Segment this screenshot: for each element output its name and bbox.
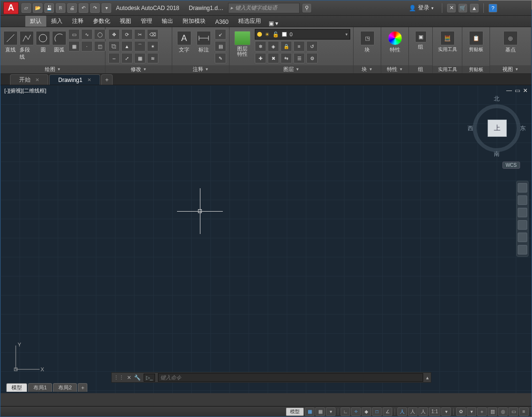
layer-tool1-icon[interactable]: ✚ bbox=[255, 53, 266, 63]
panel-expander-icon[interactable]: ▼ bbox=[57, 67, 61, 71]
tool-point-icon[interactable]: ∙ bbox=[81, 41, 93, 51]
app-menu-button[interactable]: A bbox=[3, 2, 19, 14]
tool-rect-icon[interactable]: ▭ bbox=[68, 29, 80, 40]
status-isolate-icon[interactable]: ▥ bbox=[488, 407, 497, 416]
panel-expander-icon[interactable]: ▼ bbox=[296, 67, 300, 71]
status-scale-menu-icon[interactable]: ▾ bbox=[441, 407, 451, 416]
status-iso-icon[interactable]: ◆ bbox=[362, 407, 371, 416]
qat-redo-icon[interactable]: ↷ bbox=[90, 3, 100, 13]
status-scale[interactable]: 1:1 bbox=[429, 407, 440, 416]
tool-explode-icon[interactable]: ✶ bbox=[147, 41, 158, 51]
layout-tab-add[interactable]: ＋ bbox=[78, 383, 87, 392]
layout-tab-model[interactable]: 模型 bbox=[6, 383, 27, 392]
tool-dimension[interactable]: 标注 bbox=[195, 29, 213, 53]
cmd-close-icon[interactable]: ✕ bbox=[127, 375, 131, 381]
group-button[interactable]: ▣组 bbox=[413, 29, 429, 51]
viewcube-west[interactable]: 西 bbox=[468, 124, 473, 132]
status-cleanscreen-icon[interactable]: ▭ bbox=[509, 407, 518, 416]
viewport-min-icon[interactable]: — bbox=[506, 87, 512, 94]
qat-more-icon[interactable]: ▾ bbox=[102, 3, 111, 13]
tool-table-icon[interactable]: ▤ bbox=[215, 41, 226, 51]
tool-mleader-icon[interactable]: ✎ bbox=[215, 53, 226, 63]
status-transparency-icon[interactable]: 人 bbox=[418, 407, 428, 416]
file-tab-drawing1[interactable]: Drawing1✕ bbox=[49, 74, 100, 85]
tool-region-icon[interactable]: ◫ bbox=[94, 41, 105, 51]
tool-line[interactable]: 直线 bbox=[3, 29, 18, 53]
viewcube-top-face[interactable]: 上 bbox=[488, 120, 507, 137]
close-icon[interactable]: ✕ bbox=[87, 77, 91, 82]
tool-array-icon[interactable]: ▦ bbox=[134, 53, 146, 63]
a360-icon[interactable]: ▲ bbox=[470, 4, 479, 12]
ribbon-tab-a360[interactable]: A360 bbox=[210, 17, 233, 27]
tool-hatch-icon[interactable]: ▦ bbox=[68, 41, 80, 51]
ribbon-tab-view[interactable]: 视图 bbox=[115, 15, 136, 27]
qat-save-icon[interactable]: 💾 bbox=[44, 3, 54, 13]
tool-trim-icon[interactable]: ✂ bbox=[134, 29, 146, 40]
viewcube-north[interactable]: 北 bbox=[470, 95, 523, 103]
viewport-label[interactable]: [-][俯视][二维线框] bbox=[4, 87, 46, 94]
status-gear-icon[interactable]: ✿ bbox=[456, 407, 466, 416]
tool-scale-icon[interactable]: ⤢ bbox=[121, 53, 133, 63]
layout-tab-2[interactable]: 布局2 bbox=[53, 383, 77, 392]
tool-offset-icon[interactable]: ≋ bbox=[147, 53, 158, 63]
tool-spline-icon[interactable]: ∿ bbox=[81, 29, 93, 40]
qat-open-icon[interactable]: 📂 bbox=[33, 3, 42, 13]
cart-icon[interactable]: 🛒 bbox=[459, 4, 467, 12]
nav-showmotion-icon[interactable] bbox=[518, 233, 527, 242]
status-lwt-icon[interactable]: 人 bbox=[408, 407, 417, 416]
status-grid-icon[interactable]: ▦ bbox=[305, 407, 314, 416]
status-dyninput-icon[interactable]: 人 bbox=[397, 407, 407, 416]
layer-lock-btn-icon[interactable]: 🔒 bbox=[281, 41, 292, 51]
layer-properties-button[interactable]: 图层 特性 bbox=[232, 29, 252, 57]
tool-mirror-icon[interactable]: ▲ bbox=[121, 41, 133, 51]
status-polar-icon[interactable]: ✧ bbox=[351, 407, 361, 416]
block-insert-button[interactable]: ◳块 bbox=[358, 29, 377, 53]
qat-undo-icon[interactable]: ↶ bbox=[79, 3, 88, 13]
nav-orbit-icon[interactable] bbox=[518, 220, 527, 230]
file-tab-start[interactable]: 开始✕ bbox=[10, 74, 48, 85]
ribbon-tab-parametric[interactable]: 参数化 bbox=[88, 15, 115, 27]
ribbon-tab-featured[interactable]: 精选应用 bbox=[233, 15, 266, 27]
tool-text[interactable]: A文字 bbox=[175, 29, 193, 53]
layer-prev-icon[interactable]: ↺ bbox=[306, 41, 318, 51]
close-icon[interactable]: ✕ bbox=[35, 77, 39, 82]
tool-arc[interactable]: 圆弧 bbox=[52, 29, 66, 53]
layer-dropdown[interactable]: ☀ 🔓 0 ▾ bbox=[255, 29, 350, 40]
cmd-recent-icon[interactable]: ▴ bbox=[426, 375, 429, 381]
drawing-area[interactable]: [-][俯视][二维线框] — ▭ ✕ 北 南 东 西 上 WCS bbox=[0, 85, 532, 393]
tool-polyline[interactable]: 多段线 bbox=[20, 29, 34, 61]
file-tab-add[interactable]: ＋ bbox=[101, 74, 113, 85]
qat-new-icon[interactable]: ▱ bbox=[21, 3, 31, 13]
viewport-max-icon[interactable]: ▭ bbox=[515, 87, 520, 94]
status-snapmode-icon[interactable]: ▦ bbox=[315, 407, 325, 416]
status-annomonitor-icon[interactable]: ＋ bbox=[477, 407, 487, 416]
login-button[interactable]: 👤 登录 ▾ bbox=[406, 2, 437, 13]
status-3dosnap-icon[interactable]: ∠ bbox=[383, 407, 392, 416]
layer-off-icon[interactable]: ❄ bbox=[255, 41, 266, 51]
tool-move-icon[interactable]: ✥ bbox=[108, 29, 120, 40]
tool-copy-icon[interactable]: ⿻ bbox=[108, 41, 120, 51]
clipboard-button[interactable]: 📋剪贴板 bbox=[467, 29, 486, 53]
qat-print-icon[interactable]: 🖨 bbox=[67, 3, 77, 13]
panel-expander-icon[interactable]: ▼ bbox=[399, 67, 403, 71]
layer-tool4-icon[interactable]: ☰ bbox=[293, 53, 305, 63]
cmd-customize-icon[interactable]: 🔧 bbox=[134, 375, 141, 381]
layer-tool2-icon[interactable]: ✖ bbox=[268, 53, 279, 63]
status-hardware-icon[interactable]: ◎ bbox=[498, 407, 508, 416]
viewcube-south[interactable]: 南 bbox=[470, 150, 523, 158]
ribbon-tab-default[interactable]: 默认 bbox=[25, 15, 46, 27]
cmd-input[interactable] bbox=[158, 373, 423, 382]
tool-erase-icon[interactable]: ⌫ bbox=[147, 29, 158, 40]
search-input[interactable]: ▸键入关键字或短语 bbox=[228, 3, 300, 13]
nav-zoom-icon[interactable] bbox=[518, 208, 527, 217]
ucs-icon[interactable]: Y X bbox=[11, 341, 44, 374]
nav-more-icon[interactable] bbox=[518, 245, 527, 254]
layer-tool5-icon[interactable]: ⚙ bbox=[306, 53, 318, 63]
ribbon-tab-insert[interactable]: 插入 bbox=[46, 15, 67, 27]
tool-circle[interactable]: 圆 bbox=[36, 29, 50, 53]
help-icon[interactable]: ? bbox=[489, 4, 497, 12]
base-point-button[interactable]: ◎基点 bbox=[501, 29, 520, 53]
layer-iso-icon[interactable]: ◈ bbox=[268, 41, 279, 51]
ribbon-tab-output[interactable]: 输出 bbox=[157, 15, 178, 27]
ribbon-tab-addins[interactable]: 附加模块 bbox=[178, 15, 210, 27]
